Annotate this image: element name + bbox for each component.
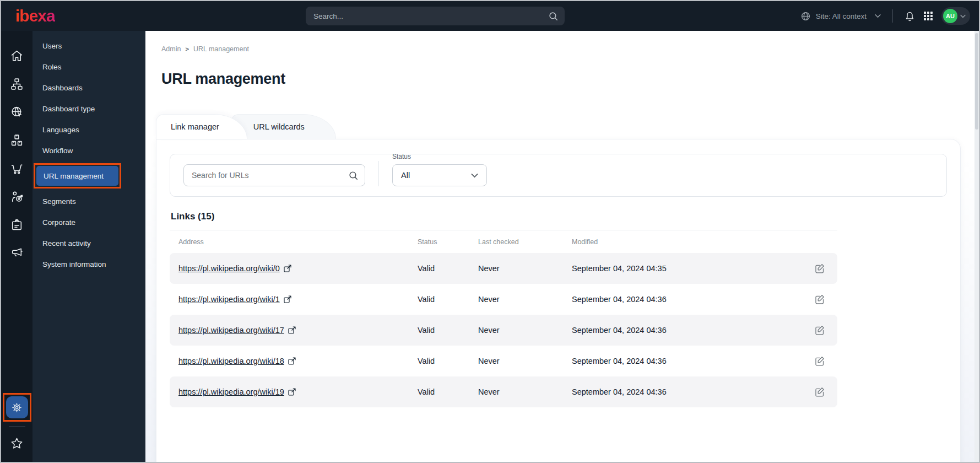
main-content: Admin > URL management URL management Li… xyxy=(145,31,979,462)
menu-item-outer: Languages xyxy=(33,119,145,140)
url-link[interactable]: https://pl.wikipedia.org/wiki/0 xyxy=(178,264,280,273)
sidebar-item-personalization[interactable] xyxy=(1,182,33,211)
sidebar-item-commerce[interactable] xyxy=(1,154,33,182)
url-search-field[interactable] xyxy=(183,164,365,186)
sidebar-item-users[interactable]: Users xyxy=(33,35,145,56)
filter-box: Status All xyxy=(170,154,947,197)
star-icon xyxy=(10,437,24,450)
menu-item-outer: Dashboards xyxy=(33,77,145,98)
address-cell: https://pl.wikipedia.org/wiki/17 xyxy=(178,326,418,335)
globe-icon xyxy=(800,11,811,21)
status-cell: Valid xyxy=(418,295,478,304)
notifications-button[interactable] xyxy=(905,11,915,21)
sidebar-item-roles[interactable]: Roles xyxy=(33,56,145,77)
scrollbar-thumb[interactable] xyxy=(975,33,978,130)
ibexa-logo[interactable]: ibexa xyxy=(15,7,55,25)
active-item-annotation-box: URL management xyxy=(34,163,121,189)
chevron-down-icon xyxy=(471,173,478,178)
topbar-divider xyxy=(892,9,893,23)
menu-item-outer: Segments xyxy=(33,191,145,212)
sidebar-item-system-information[interactable]: System information xyxy=(33,254,145,274)
address-cell: https://pl.wikipedia.org/wiki/18 xyxy=(178,357,418,365)
table-row: https://pl.wikipedia.org/wiki/18 Valid N… xyxy=(170,346,837,376)
edit-icon xyxy=(815,356,825,366)
url-link[interactable]: https://pl.wikipedia.org/wiki/17 xyxy=(178,326,284,335)
edit-link-button[interactable] xyxy=(815,263,825,273)
app-switcher-button[interactable] xyxy=(923,11,933,21)
last-checked-cell: Never xyxy=(478,295,572,304)
url-link[interactable]: https://pl.wikipedia.org/wiki/19 xyxy=(178,387,284,396)
links-section-title: Links (15) xyxy=(171,211,947,222)
external-link-icon xyxy=(288,388,296,396)
cart-icon xyxy=(10,161,24,175)
icon-rail xyxy=(1,31,33,462)
home-icon xyxy=(10,49,24,63)
sidebar-item-workflow[interactable]: Workflow xyxy=(33,140,145,161)
app-window: ibexa Site: All context AU xyxy=(0,0,980,463)
rail-divider xyxy=(9,426,25,427)
menu-item-outer: Users xyxy=(33,35,145,56)
filter-divider xyxy=(378,161,379,186)
page-title: URL management xyxy=(161,71,961,88)
menu-item-outer: Dashboard type xyxy=(33,98,145,119)
sidebar-item-corporate[interactable]: Corporate xyxy=(33,212,145,233)
bell-icon xyxy=(905,11,915,21)
url-link[interactable]: https://pl.wikipedia.org/wiki/1 xyxy=(178,295,280,304)
edit-link-button[interactable] xyxy=(815,356,825,366)
sidebar-item-segments[interactable]: Segments xyxy=(33,191,145,212)
menu-item-outer: Recent activity xyxy=(33,233,145,254)
sidebar-item-home[interactable] xyxy=(1,42,33,70)
person-target-icon xyxy=(10,190,24,203)
links-table-header: Address Status Last checked Modified xyxy=(170,230,837,253)
site-context-selector[interactable]: Site: All context xyxy=(800,11,881,21)
last-checked-cell: Never xyxy=(478,264,572,273)
gear-icon xyxy=(10,401,23,414)
edit-link-button[interactable] xyxy=(815,387,825,397)
edit-link-button[interactable] xyxy=(815,294,825,304)
edit-link-button[interactable] xyxy=(815,325,825,335)
sidebar-item-languages[interactable]: Languages xyxy=(33,119,145,140)
edit-icon xyxy=(815,325,825,335)
sidebar-item-product-catalog[interactable] xyxy=(1,126,33,154)
external-link-icon xyxy=(288,326,296,334)
last-checked-cell: Never xyxy=(478,326,572,335)
status-cell: Valid xyxy=(418,387,478,396)
menu-item-outer: Corporate xyxy=(33,212,145,233)
megaphone-icon xyxy=(10,246,24,260)
external-link-icon xyxy=(284,295,291,303)
sidebar-item-settings[interactable] xyxy=(6,396,28,418)
sidebar-item-dashboard-type[interactable]: Dashboard type xyxy=(33,98,145,119)
global-search[interactable] xyxy=(306,7,565,25)
badge-icon xyxy=(10,218,24,232)
user-menu[interactable]: AU xyxy=(941,7,970,25)
sidebar-item-recent-activity[interactable]: Recent activity xyxy=(33,233,145,254)
column-header-last-checked: Last checked xyxy=(478,238,572,246)
status-cell: Valid xyxy=(418,264,478,273)
sidebar-item-favorites[interactable] xyxy=(10,431,24,455)
address-cell: https://pl.wikipedia.org/wiki/1 xyxy=(178,295,418,304)
link-manager-panel: Status All Links (15) Address Status Las… xyxy=(156,139,961,462)
sidebar-item-url-management[interactable]: URL management xyxy=(36,166,118,186)
last-checked-cell: Never xyxy=(478,387,572,396)
menu-item-outer: Workflow xyxy=(33,140,145,161)
modified-cell: September 04, 2024 04:36 xyxy=(572,295,802,304)
modified-cell: September 04, 2024 04:36 xyxy=(572,357,802,365)
external-link-icon xyxy=(284,265,291,272)
table-row: https://pl.wikipedia.org/wiki/19 Valid N… xyxy=(170,376,837,407)
sidebar-item-site[interactable] xyxy=(1,98,33,126)
sidebar-menu: UsersRolesDashboardsDashboard typeLangua… xyxy=(33,31,145,462)
global-search-input[interactable] xyxy=(313,12,549,20)
status-select[interactable]: All xyxy=(392,164,487,186)
sidebar-item-marketing[interactable] xyxy=(1,239,33,267)
last-checked-cell: Never xyxy=(478,357,572,365)
sidebar-item-corporate[interactable] xyxy=(1,211,33,239)
breadcrumb-admin[interactable]: Admin xyxy=(161,45,181,53)
sidebar-item-dashboards[interactable]: Dashboards xyxy=(33,77,145,98)
table-row: https://pl.wikipedia.org/wiki/0 Valid Ne… xyxy=(170,253,837,284)
url-search-input[interactable] xyxy=(183,164,365,186)
url-link[interactable]: https://pl.wikipedia.org/wiki/18 xyxy=(178,357,284,365)
sidebar-item-content-structure[interactable] xyxy=(1,70,33,98)
status-cell: Valid xyxy=(418,357,478,365)
modified-cell: September 04, 2024 04:36 xyxy=(572,326,802,335)
vertical-scrollbar[interactable] xyxy=(974,31,979,462)
